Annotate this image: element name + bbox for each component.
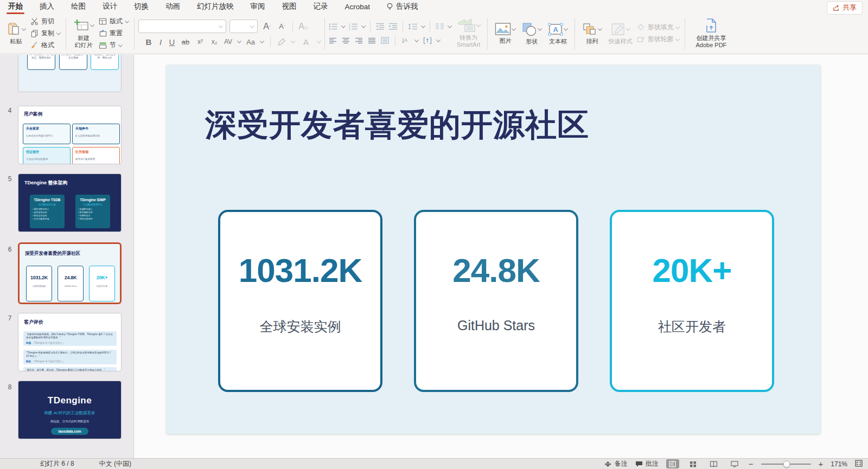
comments-toggle[interactable]: 批注 <box>635 459 659 468</box>
strikethrough-button[interactable]: ab <box>181 38 190 46</box>
tell-me[interactable]: 告诉我 <box>386 2 418 11</box>
slide-thumbnail-7[interactable]: 客户评价 “大数据归档效率极高，同时又能保证 TDengine TSDB、TDe… <box>18 313 122 371</box>
picture-dropdown-chevron[interactable] <box>512 26 516 30</box>
shapes-button[interactable]: 形状 <box>519 16 545 52</box>
increase-font-button[interactable]: Aˆ <box>261 22 273 31</box>
picture-button[interactable]: 图片 <box>492 16 519 52</box>
menu-tab-acrobat[interactable]: Acrobat <box>344 1 371 12</box>
slide-thumbnail-5[interactable]: TDengine 整体架构 TDengine TSDB 时序数据库引擎 • 高性… <box>18 174 122 232</box>
section-dropdown-chevron[interactable] <box>118 42 123 47</box>
zoom-in-button[interactable]: + <box>819 459 824 468</box>
menu-tab-insert[interactable]: 插入 <box>39 0 55 13</box>
highlight-chevron[interactable] <box>291 38 295 43</box>
menu-tab-view[interactable]: 视图 <box>282 0 297 13</box>
align-center-icon[interactable] <box>342 37 350 44</box>
current-slide[interactable]: 深受开发者喜爱的开源社区 1031.2K 全球安装实例 24.8K GitHub… <box>167 65 820 434</box>
new-slide-button[interactable]: 新建幻灯片 <box>70 16 97 52</box>
change-case-chevron[interactable] <box>260 38 264 43</box>
menu-tab-record[interactable]: 记录 <box>313 0 329 13</box>
justify-icon[interactable] <box>368 37 376 44</box>
superscript-button[interactable]: x² <box>196 38 205 46</box>
line-spacing-icon[interactable] <box>408 23 418 30</box>
increase-indent-icon[interactable] <box>388 23 398 30</box>
highlight-pen-icon[interactable] <box>277 38 286 46</box>
font-color-button[interactable]: A <box>300 37 312 47</box>
slide-thumbnail-3[interactable]: ▦ 智能制造 工厂设备监控、生产线状态、预测性维护 ▮ 石油化工 油井监控、管道… <box>18 55 122 92</box>
fit-slide-to-window-button[interactable] <box>855 460 863 468</box>
copy-dropdown-chevron[interactable] <box>56 30 61 35</box>
shape-outline-button[interactable]: 形状轮廓 <box>635 34 681 44</box>
numbering-chevron[interactable] <box>361 23 366 28</box>
menu-tab-draw[interactable]: 绘图 <box>71 0 86 13</box>
slide-thumbnail-4[interactable]: 用户案例 天合富家 分布式光伏智慧运维平台 天地奔牛 矿山设备智能监测运维 恒达… <box>18 106 122 164</box>
copy-button[interactable]: 复制 <box>29 28 62 38</box>
clear-formatting-button[interactable]: A◇ <box>297 22 309 31</box>
normal-view-button[interactable] <box>666 459 679 468</box>
menu-tab-home[interactable]: 开始 <box>8 0 23 13</box>
italic-button[interactable]: I <box>158 37 163 47</box>
slide-sorter-view-button[interactable] <box>687 459 700 468</box>
format-painter-button[interactable]: 格式 <box>29 40 62 50</box>
text-direction-icon[interactable]: A <box>401 37 410 44</box>
decrease-font-button[interactable]: Aˇ <box>276 22 288 30</box>
section-button[interactable]: 节 <box>97 40 130 50</box>
menu-tab-animations[interactable]: 动画 <box>165 0 181 13</box>
shape-fill-button[interactable]: 形状填充 <box>635 22 681 33</box>
subscript-button[interactable]: x₂ <box>210 38 219 46</box>
stat-card-github-stars[interactable]: 24.8K GitHub Stars <box>414 210 578 392</box>
layout-dropdown-chevron[interactable] <box>125 18 129 23</box>
shape-fill-chevron[interactable] <box>675 24 680 29</box>
change-case-button[interactable]: Aa <box>246 38 255 46</box>
menu-tab-design[interactable]: 设计 <box>102 0 118 13</box>
cut-button[interactable]: 剪切 <box>29 16 62 27</box>
columns-icon[interactable] <box>435 23 444 30</box>
share-button[interactable]: 共享 <box>827 1 863 15</box>
zoom-out-button[interactable]: − <box>749 459 754 468</box>
text-direction-chevron[interactable] <box>414 37 419 42</box>
align-text-chevron[interactable] <box>436 37 441 42</box>
zoom-level[interactable]: 171% <box>831 460 847 468</box>
arrange-button[interactable]: 排列 <box>579 16 605 52</box>
arrange-dropdown-chevron[interactable] <box>598 26 602 30</box>
zoom-slider-handle[interactable] <box>783 460 790 467</box>
paste-button[interactable]: 粘贴 <box>3 16 29 52</box>
layout-button[interactable]: 版式 <box>97 16 130 27</box>
decrease-indent-icon[interactable] <box>375 23 385 30</box>
menu-tab-slideshow[interactable]: 幻灯片放映 <box>196 0 234 13</box>
bullets-icon[interactable] <box>329 23 338 30</box>
notes-toggle[interactable]: 备注 <box>604 459 628 468</box>
font-size-select[interactable] <box>229 20 258 33</box>
textbox-dropdown-chevron[interactable] <box>564 26 568 30</box>
font-color-chevron[interactable] <box>317 38 321 43</box>
stat-card-installs[interactable]: 1031.2K 全球安装实例 <box>218 210 382 392</box>
slide-thumbnail-8[interactable]: TDengine 构建 AI 时代的工业数据基座 高性能、分布式的时序数据库 t… <box>18 381 122 439</box>
language-indicator[interactable]: 中文 (中国) <box>99 459 131 468</box>
quick-styles-chevron[interactable] <box>626 26 630 30</box>
underline-button[interactable]: U <box>169 37 175 47</box>
columns-chevron[interactable] <box>448 23 452 28</box>
character-spacing-button[interactable]: AV <box>224 38 232 46</box>
line-spacing-chevron[interactable] <box>421 23 425 28</box>
quick-styles-button[interactable]: 快速样式 <box>605 16 635 52</box>
paste-dropdown-chevron[interactable] <box>22 26 26 30</box>
font-name-select[interactable] <box>138 20 226 33</box>
stat-card-developers[interactable]: 20K+ 社区开发者 <box>610 210 774 392</box>
slide-thumbnail-6-selected[interactable]: 深受开发者喜爱的开源社区 1031.2K 全球安装实例 24.8K GitHub… <box>18 242 122 304</box>
create-share-adobe-pdf-button[interactable]: 创建并共享Adobe PDF <box>692 16 730 52</box>
zoom-slider[interactable] <box>761 464 811 465</box>
align-left-icon[interactable] <box>329 37 337 44</box>
character-spacing-chevron[interactable] <box>237 38 241 43</box>
slideshow-view-button[interactable] <box>728 459 741 468</box>
bold-button[interactable]: B <box>145 37 152 47</box>
menu-tab-review[interactable]: 审阅 <box>250 0 266 13</box>
numbering-icon[interactable]: 123 <box>349 23 358 30</box>
convert-to-smartart-button[interactable]: 转换为SmartArt <box>454 16 483 52</box>
distribute-text-icon[interactable] <box>381 37 389 44</box>
slide-title-text[interactable]: 深受开发者喜爱的开源社区 <box>205 104 589 146</box>
textbox-button[interactable]: A 文本框 <box>545 16 571 52</box>
align-right-icon[interactable] <box>355 37 363 44</box>
shapes-dropdown-chevron[interactable] <box>538 26 542 30</box>
new-slide-dropdown-chevron[interactable] <box>90 22 94 27</box>
shape-outline-chevron[interactable] <box>675 36 680 41</box>
align-text-vertical-icon[interactable] <box>423 37 432 44</box>
